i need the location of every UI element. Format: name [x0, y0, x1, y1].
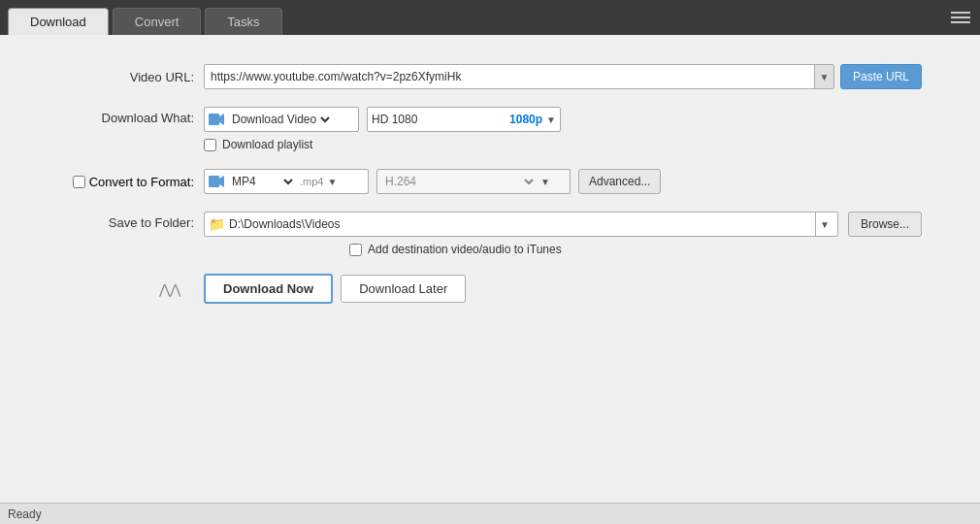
video-url-label: Video URL: [58, 70, 194, 84]
download-now-button[interactable]: Download Now [204, 274, 333, 304]
download-btn-row: Download Now Download Later [204, 274, 466, 304]
tab-download[interactable]: Download [8, 8, 109, 35]
paste-url-button[interactable]: Paste URL [840, 64, 922, 89]
convert-ext-label: .mp4 [300, 176, 323, 187]
convert-codec-select-container: H.264 ▼ [376, 169, 571, 194]
svg-marker-3 [219, 176, 224, 187]
save-to-folder-row: Save to Folder: 📁 D:\Downloads\Videos ▼ … [58, 212, 922, 256]
convert-format-select[interactable]: MP4 [228, 174, 296, 189]
video-icon [209, 114, 224, 125]
convert-label-wrapper: Convert to Format: [58, 175, 194, 189]
url-dropdown-button[interactable]: ▼ [814, 65, 833, 88]
quality-select-container: HD 1080 1080p ▼ [367, 107, 561, 132]
itunes-label: Add destination video/audio to iTunes [368, 243, 562, 256]
quality-badge: 1080p [509, 113, 542, 126]
browse-button[interactable]: Browse... [848, 212, 922, 237]
url-input-container: ▼ [204, 64, 834, 89]
download-buttons-row: ⋀⋀ Download Now Download Later [58, 274, 922, 304]
convert-checkbox[interactable] [73, 176, 85, 188]
svg-rect-2 [209, 176, 219, 187]
convert-format-row: Convert to Format: MP4 .mp4 ▼ H.26 [58, 169, 922, 194]
folder-icon: 📁 [209, 216, 225, 232]
convert-format-dropdown-button[interactable]: ▼ [327, 177, 337, 187]
tab-convert[interactable]: Convert [113, 8, 202, 35]
url-input-wrapper: ▼ Paste URL [204, 64, 922, 89]
save-to-folder-label: Save to Folder: [58, 212, 194, 230]
menu-icon[interactable] [951, 12, 970, 23]
download-type-select-container: Download Video [204, 107, 359, 132]
convert-codec-select[interactable]: H.264 [381, 174, 537, 189]
tab-tasks[interactable]: Tasks [205, 8, 281, 35]
playlist-checkbox[interactable] [204, 139, 216, 151]
save-row: 📁 D:\Downloads\Videos ▼ Browse... Add de… [204, 212, 922, 256]
convert-selects: MP4 .mp4 ▼ H.264 ▼ Advanced... [204, 169, 661, 194]
convert-mp4-select-container: MP4 .mp4 ▼ [204, 169, 369, 194]
folder-dropdown-button[interactable]: ▼ [815, 213, 833, 236]
download-what-selects: Download Video HD 1080 1080p ▼ [204, 107, 561, 132]
download-what-group: Download Video HD 1080 1080p ▼ Download … [204, 107, 561, 151]
title-bar: Download Convert Tasks [0, 0, 980, 35]
collapse-icon-wrapper: ⋀⋀ [58, 281, 194, 297]
convert-format-label: Convert to Format: [89, 175, 194, 189]
video-url-input[interactable] [205, 70, 814, 83]
status-bar: Ready [0, 503, 980, 524]
itunes-check-row: Add destination video/audio to iTunes [349, 243, 922, 256]
advanced-button[interactable]: Advanced... [578, 169, 661, 194]
download-type-select[interactable]: Download Video [228, 112, 333, 127]
itunes-checkbox[interactable] [349, 244, 362, 256]
convert-video-icon [209, 176, 224, 187]
convert-codec-dropdown-button[interactable]: ▼ [540, 177, 550, 187]
quality-dropdown-button[interactable]: ▼ [546, 115, 556, 125]
folder-path: D:\Downloads\Videos [229, 217, 811, 231]
folder-select-container: 📁 D:\Downloads\Videos ▼ [204, 212, 838, 237]
svg-rect-0 [209, 114, 219, 125]
save-row-inner: 📁 D:\Downloads\Videos ▼ Browse... [204, 212, 922, 237]
form-section: Video URL: ▼ Paste URL Download What: [58, 64, 922, 304]
download-later-button[interactable]: Download Later [341, 275, 466, 303]
download-what-label: Download What: [58, 107, 194, 125]
video-url-row: Video URL: ▼ Paste URL [58, 64, 922, 89]
status-text: Ready [8, 508, 42, 521]
quality-label: HD 1080 [372, 113, 506, 126]
collapse-icon: ⋀⋀ [159, 281, 180, 297]
playlist-label: Download playlist [222, 138, 312, 151]
main-content: Video URL: ▼ Paste URL Download What: [0, 35, 980, 503]
playlist-check-row: Download playlist [204, 138, 561, 151]
svg-marker-1 [219, 114, 224, 125]
download-what-row: Download What: Download Video HD 1080 [58, 107, 922, 151]
